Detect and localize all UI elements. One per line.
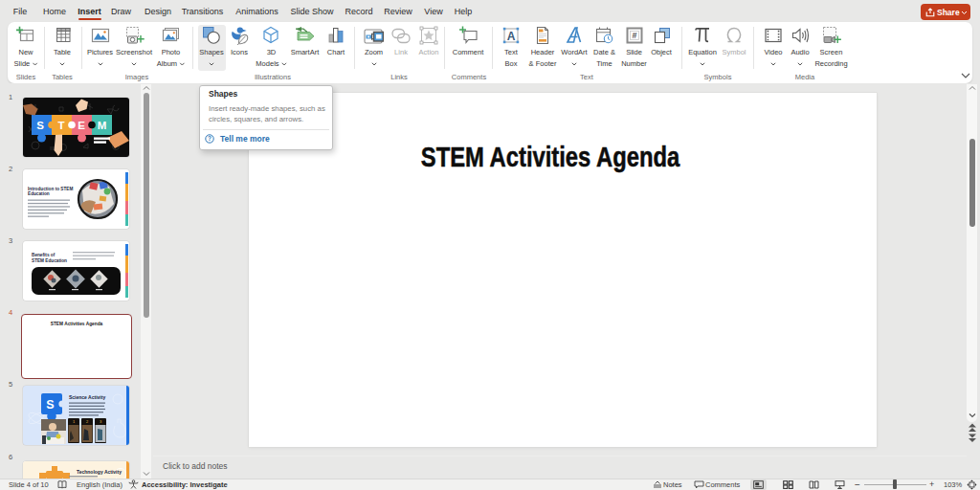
svg-text:M: M (98, 120, 107, 131)
svg-text:A: A (507, 29, 516, 42)
svg-text:#: # (632, 31, 636, 40)
svg-text:S: S (46, 398, 54, 412)
svg-text:Technology Activity: Technology Activity (77, 469, 122, 475)
svg-text:?: ? (208, 135, 212, 142)
svg-text:E: E (78, 120, 85, 131)
svg-text:STEM Education: STEM Education (32, 258, 67, 263)
svg-text:Benefits of: Benefits of (32, 253, 56, 257)
svg-text:T: T (57, 120, 64, 131)
svg-text:Science Activity: Science Activity (69, 394, 105, 400)
svg-text:S: S (36, 120, 44, 131)
svg-text:Education: Education (28, 191, 50, 196)
svg-text:Introduction to STEM: Introduction to STEM (28, 187, 73, 191)
